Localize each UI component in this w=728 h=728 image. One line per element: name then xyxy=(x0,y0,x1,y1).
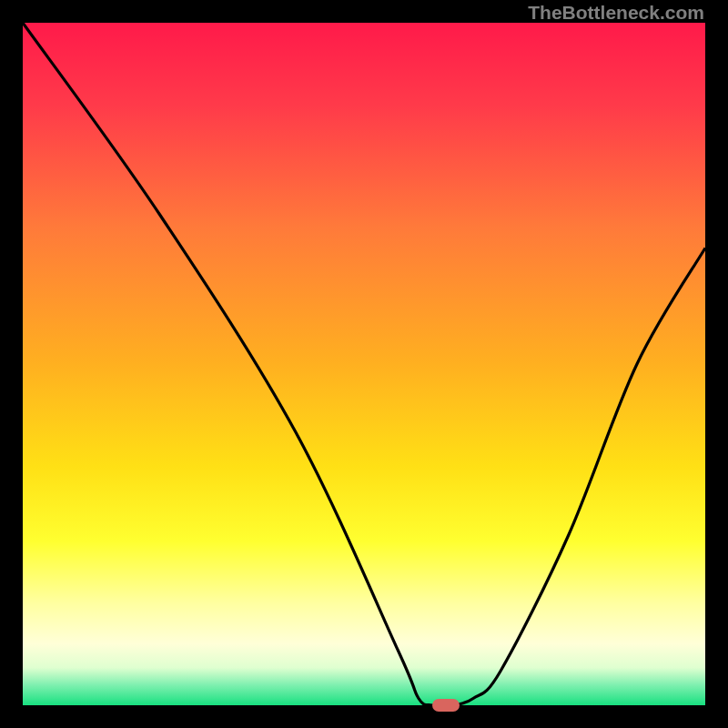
watermark-text: TheBottleneck.com xyxy=(528,2,704,24)
plot-area xyxy=(23,23,705,705)
optimal-marker xyxy=(432,699,460,712)
svg-rect-0 xyxy=(23,23,705,705)
gradient-background xyxy=(23,23,705,705)
chart-container: TheBottleneck.com xyxy=(0,0,728,728)
